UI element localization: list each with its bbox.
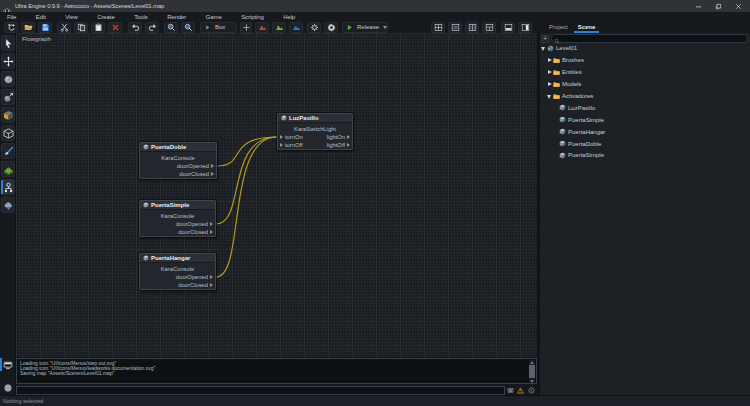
sun-button[interactable]: [307, 22, 321, 33]
tree-expander-icon[interactable]: [547, 70, 552, 75]
console-log-scrollbar[interactable]: [529, 360, 535, 384]
tree-expander-icon[interactable]: [547, 94, 552, 99]
flowgraph-canvas[interactable]: Flowgraph LuzPasilloKaraSwitchLightturnO…: [16, 33, 537, 357]
tree-item-level01[interactable]: Level01: [540, 43, 750, 55]
node-header[interactable]: LuzPasillo: [278, 114, 352, 123]
zoom-in-button[interactable]: [164, 22, 178, 33]
node-puertadoble[interactable]: PuertaDobleKaraConsoledoorOpeneddoorClos…: [139, 142, 217, 179]
tree-expander-icon[interactable]: [547, 82, 552, 87]
new-scene-button[interactable]: [4, 22, 18, 33]
tree-item-activadores[interactable]: Activadores: [540, 90, 750, 102]
window-close-button[interactable]: [733, 1, 743, 11]
mountain-blue-button[interactable]: [289, 22, 303, 33]
input-port-turnOff[interactable]: turnOff: [280, 141, 303, 149]
move-tool-button[interactable]: [1, 53, 15, 69]
node-puertasimple[interactable]: PuertaSimpleKaraConsoledoorOpeneddoorClo…: [139, 200, 216, 237]
plus-button[interactable]: [240, 22, 252, 33]
tree-item-puertasimple[interactable]: PuertaSimple: [540, 150, 750, 162]
wire-puertadoble.doorOpened-to-luzpasillo.turnOn[interactable]: [217, 137, 277, 166]
flowgraph-tool-button[interactable]: [1, 179, 15, 195]
window-minimize-button[interactable]: [693, 1, 703, 11]
open-folder-button[interactable]: [21, 22, 35, 33]
layout-mixed-button[interactable]: [482, 22, 496, 33]
save-button[interactable]: [38, 22, 52, 33]
tree-item-puertahangar[interactable]: PuertaHangar: [540, 126, 750, 138]
redo-button[interactable]: [145, 22, 159, 33]
layout-cols-button[interactable]: [465, 22, 479, 33]
tree-item-models[interactable]: Models: [540, 78, 750, 90]
error-circle-button[interactable]: [527, 386, 535, 395]
undo-button[interactable]: [128, 22, 142, 33]
menu-tools[interactable]: Tools: [134, 14, 148, 20]
flowgraph-tool-icon: [3, 182, 14, 193]
output-port-doorOpened[interactable]: doorOpened: [176, 273, 213, 281]
output-port-doorClosed[interactable]: doorClosed: [179, 170, 214, 178]
tree-item-puertasimple[interactable]: PuertaSimple: [540, 114, 750, 126]
wire-cube-button[interactable]: [1, 125, 15, 141]
console-input[interactable]: [16, 386, 505, 395]
tree-expander-icon[interactable]: [541, 46, 546, 51]
mountain-red-button[interactable]: [255, 22, 269, 33]
menu-view[interactable]: View: [65, 14, 78, 20]
node-puertahangar[interactable]: PuertaHangarKaraConsoledoorOpeneddoorClo…: [139, 253, 216, 290]
node-header[interactable]: PuertaDoble: [140, 143, 216, 152]
output-port-doorClosed[interactable]: doorClosed: [178, 228, 213, 236]
cut-button[interactable]: [57, 22, 71, 33]
node-header[interactable]: PuertaSimple: [140, 201, 215, 210]
tree-item-entities[interactable]: Entities: [540, 66, 750, 78]
log-list-button[interactable]: [506, 386, 514, 395]
layout-quad-button[interactable]: [431, 22, 445, 33]
delete-button[interactable]: [108, 22, 122, 33]
panel-bottom-button[interactable]: [501, 22, 515, 33]
menu-edit[interactable]: Edit: [36, 14, 46, 20]
menu-game[interactable]: Game: [206, 14, 222, 20]
layout-single-button[interactable]: [448, 22, 462, 33]
mountain-green-button[interactable]: [272, 22, 286, 33]
zoom-out-button[interactable]: [181, 22, 195, 33]
tree-item-luzpasillo[interactable]: LuzPasillo: [540, 102, 750, 114]
scale-tool-button[interactable]: [1, 89, 15, 105]
console-log[interactable]: Loading icon "UI/Icons/Menus/step out.sv…: [16, 358, 537, 384]
node-luzpasillo[interactable]: LuzPasilloKaraSwitchLightturnOnlightOntu…: [277, 113, 353, 150]
output-port-lightOff[interactable]: lightOff: [327, 141, 350, 149]
scrollbar-up-arrow-icon[interactable]: [530, 361, 534, 364]
menu-create[interactable]: Create: [97, 14, 114, 20]
output-port-lightOn[interactable]: lightOn: [327, 133, 350, 141]
output-port-doorOpened[interactable]: doorOpened: [177, 162, 214, 170]
terrain-tool-button[interactable]: [1, 161, 15, 177]
warning-button[interactable]: [517, 386, 525, 395]
wire-puertasimple.doorOpened-to-luzpasillo.turnOn[interactable]: [216, 137, 277, 224]
select-cursor-button[interactable]: [1, 35, 15, 51]
web-tab-button[interactable]: [1, 380, 15, 395]
face-cube-button[interactable]: [1, 107, 15, 123]
menu-file[interactable]: File: [7, 14, 16, 20]
scene-search-input[interactable]: [560, 35, 745, 42]
tree-expander-icon[interactable]: [547, 58, 552, 63]
scrollbar-down-arrow-icon[interactable]: [530, 380, 534, 383]
tree-item-puertadoble[interactable]: PuertaDoble: [540, 138, 750, 150]
panel-right-button[interactable]: [518, 22, 532, 33]
input-port-turnOn[interactable]: turnOn: [280, 133, 303, 141]
cloud-tool-button[interactable]: [1, 197, 15, 213]
copy-button[interactable]: [74, 22, 88, 33]
run-dropdown[interactable]: Release: [342, 22, 388, 33]
window-maximize-button[interactable]: [713, 1, 723, 11]
wire-puertahangar.doorOpened-to-luzpasillo.turnOn[interactable]: [216, 137, 277, 277]
tab-scene[interactable]: Scene: [573, 21, 601, 33]
output-port-doorOpened[interactable]: doorOpened: [176, 220, 213, 228]
node-header[interactable]: PuertaHangar: [140, 254, 215, 263]
paint-brush-button[interactable]: [1, 143, 15, 159]
menu-help[interactable]: Help: [283, 14, 295, 20]
menu-scripting[interactable]: Scripting: [241, 14, 263, 20]
scrollbar-thumb[interactable]: [529, 365, 535, 378]
paste-button[interactable]: [91, 22, 105, 33]
undo-icon: [131, 23, 140, 32]
add-entity-button[interactable]: +: [541, 35, 549, 43]
menu-render[interactable]: Render: [167, 14, 186, 20]
primitive-dropdown[interactable]: Box: [200, 22, 237, 33]
gear-button[interactable]: [324, 22, 338, 33]
rotate-tool-button[interactable]: [1, 71, 15, 87]
tree-item-brushes[interactable]: Brushes: [540, 54, 750, 66]
output-port-doorClosed[interactable]: doorClosed: [178, 281, 213, 289]
console-tab-button[interactable]: [1, 357, 15, 372]
